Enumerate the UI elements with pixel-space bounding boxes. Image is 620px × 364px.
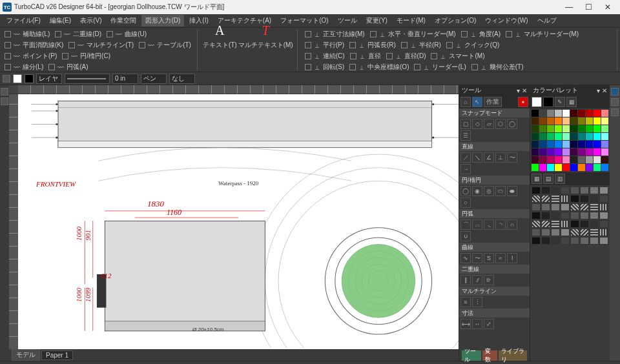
color-swatch[interactable] — [532, 117, 539, 125]
tool-button[interactable]: ⟷ — [460, 319, 471, 329]
color-swatch[interactable] — [563, 125, 570, 132]
ribbon-item[interactable]: 〰円弧(A) — [46, 62, 90, 72]
color-swatch[interactable] — [594, 110, 601, 117]
color-swatch[interactable] — [578, 110, 585, 117]
menu-10[interactable]: モード(M) — [393, 15, 429, 26]
color-swatch[interactable] — [539, 110, 546, 117]
color-swatch[interactable] — [563, 110, 570, 117]
color-swatch[interactable] — [601, 148, 608, 156]
color-swatch[interactable] — [563, 164, 570, 171]
color-swatch[interactable] — [532, 164, 539, 171]
tool-button[interactable]: ⊪ — [484, 275, 494, 285]
color-swatch[interactable] — [547, 141, 554, 148]
tool-button[interactable]: ≡ — [460, 297, 471, 307]
drawing-canvas[interactable]: FRONTVIEW Waterpass - 1920 1830 1160 100… — [18, 94, 459, 349]
palette-hatch-icon[interactable]: ▦ — [566, 97, 577, 107]
color-swatch[interactable] — [555, 110, 562, 117]
edge-tab-3[interactable] — [611, 108, 619, 116]
line-swatch[interactable] — [25, 74, 34, 83]
menu-13[interactable]: ヘルプ — [533, 15, 561, 26]
color-swatch[interactable] — [539, 141, 546, 148]
text-icon[interactable]: A — [211, 22, 229, 40]
palette-tab-1[interactable]: ▦ — [532, 174, 542, 184]
pattern-swatch[interactable] — [580, 228, 589, 236]
ribbon-item[interactable]: ⟂幾何公差(T) — [470, 62, 526, 72]
pattern-swatch[interactable] — [561, 220, 570, 228]
color-swatch[interactable] — [594, 148, 601, 156]
tool-button[interactable]: → — [460, 164, 471, 174]
color-swatch[interactable] — [578, 148, 585, 156]
color-swatch[interactable] — [594, 164, 601, 171]
pattern-swatch[interactable] — [580, 187, 589, 194]
pattern-swatch[interactable] — [580, 212, 589, 219]
tool-button[interactable]: S — [484, 253, 494, 263]
color-swatch[interactable] — [594, 156, 601, 163]
panel-tab[interactable]: ライブラリ — [499, 350, 528, 361]
color-swatch[interactable] — [555, 125, 562, 132]
color-swatch[interactable] — [539, 125, 546, 132]
pattern-swatch[interactable] — [541, 220, 550, 228]
color-swatch[interactable] — [532, 141, 539, 148]
mtext-icon[interactable]: T — [256, 22, 274, 40]
ribbon-item[interactable]: ⟂リーダー(L) — [412, 62, 468, 72]
panel-tab[interactable]: 変数 — [482, 350, 497, 361]
left-tool-2[interactable] — [1, 97, 8, 105]
width-dropdown[interactable]: 0 in — [112, 74, 138, 84]
color-swatch[interactable] — [555, 156, 562, 163]
tool-button[interactable]: ◟ — [484, 219, 494, 230]
color-swatch[interactable] — [532, 133, 539, 140]
pattern-swatch[interactable] — [599, 195, 608, 203]
pattern-swatch[interactable] — [541, 203, 550, 211]
menu-1[interactable]: 編集(E) — [46, 15, 75, 26]
menu-4[interactable]: 図形入力(D) — [141, 15, 184, 26]
close-button[interactable]: ✕ — [598, 1, 617, 14]
tool-button[interactable]: ◯ — [460, 186, 471, 196]
color-swatch[interactable] — [532, 110, 539, 117]
color-swatch[interactable] — [547, 148, 554, 156]
color-swatch[interactable] — [570, 117, 577, 125]
tool-button[interactable]: ⬡ — [495, 119, 506, 129]
layer-dropdown[interactable]: レイヤ — [36, 74, 62, 84]
color-swatch[interactable] — [586, 133, 593, 140]
edge-tab-1[interactable] — [611, 88, 619, 96]
color-swatch[interactable] — [601, 141, 608, 148]
tool-section-header[interactable]: 円/楕円 — [459, 176, 530, 185]
color-swatch[interactable] — [570, 125, 577, 132]
pattern-swatch[interactable] — [580, 203, 589, 211]
pattern-swatch[interactable] — [532, 237, 541, 245]
ribbon-item[interactable]: 〰テーブル(T) — [137, 40, 193, 50]
ribbon-item[interactable]: 〰ポイント(P) — [3, 51, 59, 61]
color-swatch[interactable] — [563, 133, 570, 140]
tool-button[interactable]: ∩ — [507, 219, 517, 230]
palette-bg-swatch[interactable] — [543, 97, 553, 107]
pattern-swatch[interactable] — [551, 228, 560, 236]
color-swatch[interactable] — [555, 133, 562, 140]
ribbon-item[interactable]: 〰マルチライン(T) — [67, 40, 136, 50]
panel-close-icon[interactable]: ▾ ✕ — [597, 87, 607, 94]
color-swatch[interactable] — [578, 164, 585, 171]
menu-3[interactable]: 作業空間 — [107, 15, 140, 26]
pattern-swatch[interactable] — [590, 237, 599, 245]
menu-11[interactable]: オプション(O) — [431, 15, 480, 26]
ribbon-item[interactable]: 〰曲線(U) — [105, 29, 149, 39]
pattern-swatch[interactable] — [541, 195, 550, 203]
color-swatch[interactable] — [594, 117, 601, 125]
tool-workspace[interactable]: 作業 — [484, 97, 502, 107]
color-swatch[interactable] — [539, 164, 546, 171]
tool-button[interactable]: ☰ — [460, 130, 471, 141]
tool-button[interactable]: ∥ — [460, 275, 471, 285]
menu-8[interactable]: ツール — [334, 15, 361, 26]
pattern-swatch[interactable] — [541, 212, 550, 219]
color-swatch[interactable] — [547, 110, 554, 117]
tool-button[interactable]: ⤢ — [484, 319, 494, 329]
color-swatch[interactable] — [570, 141, 577, 148]
tab-model[interactable]: モデル — [12, 349, 40, 361]
left-tool-1[interactable] — [1, 88, 8, 96]
pattern-swatch[interactable] — [599, 228, 608, 236]
tool-button[interactable]: ⬬ — [507, 186, 517, 196]
ribbon-item[interactable]: ⟂マルチリーダー(M) — [504, 29, 581, 39]
color-swatch[interactable] — [601, 117, 608, 125]
tool-section-header[interactable]: 寸法 — [459, 308, 530, 318]
tool-section-header[interactable]: 曲線 — [459, 243, 530, 252]
menu-12[interactable]: ウィンドウ(W) — [481, 15, 532, 26]
